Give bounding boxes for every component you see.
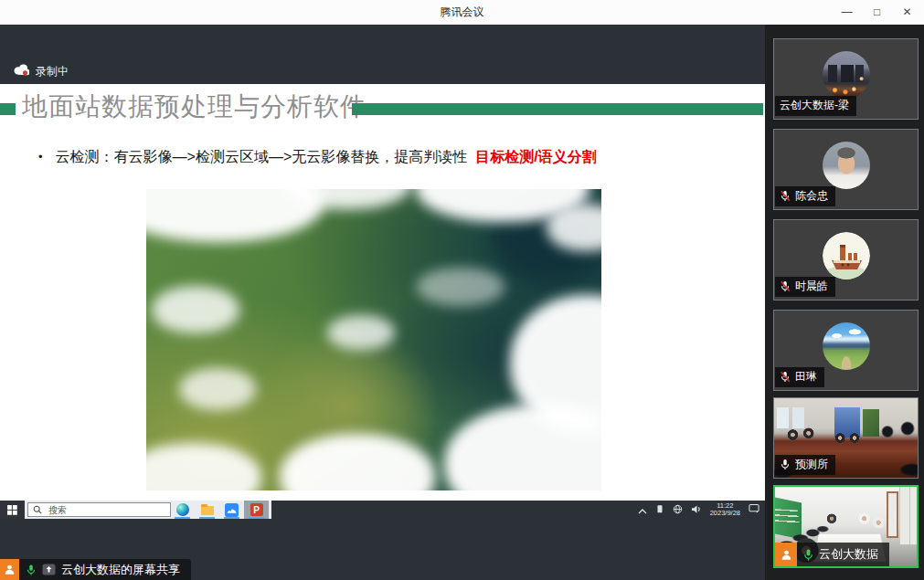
name-chip: 云创大数据 xyxy=(797,543,889,566)
cloud-blob xyxy=(152,286,239,333)
slide-bullet: •云检测：有云影像—>检测云区域—>无云影像替换，提高判读性目标检测/语义分割 xyxy=(38,148,597,167)
slide-title: 地面站数据预处理与分析软件 xyxy=(22,90,366,124)
recording-cloud-icon xyxy=(14,63,29,79)
person-icon xyxy=(781,549,792,561)
powerpoint-icon: P xyxy=(250,503,263,516)
action-center-icon[interactable] xyxy=(749,501,759,518)
aerial-forest-clouds-image xyxy=(146,189,601,490)
taskbar-apps: P xyxy=(170,501,269,519)
clock-date: 2023/9/28 xyxy=(710,510,740,518)
recording-label: 录制中 xyxy=(36,64,69,79)
mic-on-icon xyxy=(780,459,791,470)
taskbar-app-tencent-meeting[interactable] xyxy=(219,501,244,519)
mic-muted-icon xyxy=(780,371,791,383)
participant-name: 田琳 xyxy=(795,369,817,385)
name-chip: 预测所 xyxy=(775,455,835,475)
start-button[interactable] xyxy=(0,501,25,519)
cloud-blob xyxy=(179,368,256,410)
participant-name: 云创大数据-梁 xyxy=(780,98,849,113)
mic-speaking-icon xyxy=(802,548,814,562)
bullet-marker: • xyxy=(38,150,43,163)
bullet-text: 云检测：有云影像—>检测云区域—>无云影像替换，提高判读性 xyxy=(56,149,468,164)
globe-icon[interactable] xyxy=(673,501,683,518)
participant-name: 陈会忠 xyxy=(795,188,828,204)
slide-accent-bar xyxy=(352,103,763,115)
taskbar-search-box[interactable] xyxy=(27,502,171,517)
participants-sidebar: 云创大数据-梁 陈会忠 时晨皓 xyxy=(765,25,924,580)
search-icon xyxy=(33,505,42,514)
recording-indicator: 录制中 xyxy=(14,63,69,79)
windows-logo-icon xyxy=(7,505,17,515)
name-chip: 陈会忠 xyxy=(775,186,835,206)
share-banner-label: 云创大数据的屏幕共享 xyxy=(61,562,180,578)
presentation-slide: 地面站数据预处理与分析软件 •云检测：有云影像—>检测云区域—>无云影像替换，提… xyxy=(0,84,765,501)
taskbar-clock[interactable]: 11:22 2023/9/28 xyxy=(710,502,740,518)
person-icon xyxy=(4,564,16,575)
window-titlebar: 腾讯会议 — □ ✕ xyxy=(0,0,924,25)
participant-name: 云创大数据 xyxy=(819,546,878,563)
presenter-badge xyxy=(0,559,19,580)
tencent-meeting-window: { "window": { "title": "腾讯会议", "controls… xyxy=(0,0,924,580)
bullet-highlight: 目标检测/语义分割 xyxy=(475,149,596,164)
name-chip: 田琳 xyxy=(775,367,824,387)
participant-tile-shichenhao[interactable]: 时晨皓 xyxy=(773,219,919,301)
close-button[interactable]: ✕ xyxy=(892,0,922,25)
taskbar-app-edge[interactable] xyxy=(170,501,195,519)
mic-on-icon xyxy=(26,564,37,576)
cloud-blob xyxy=(146,443,261,490)
search-input[interactable] xyxy=(47,504,151,516)
presenter-badge xyxy=(775,543,797,566)
tencent-meeting-icon xyxy=(225,503,239,517)
system-tray: 11:22 2023/9/28 xyxy=(638,501,759,519)
running-indicator xyxy=(199,517,215,519)
participant-tile-chenhuizhong[interactable]: 陈会忠 xyxy=(773,129,919,210)
cloud-blob xyxy=(444,405,601,490)
screen-share-view: 录制中 地面站数据预处理与分析软件 •云检测：有云影像—>检测云区域—>无云影像… xyxy=(0,25,765,580)
display-icon[interactable] xyxy=(655,501,664,518)
avatar xyxy=(823,322,870,370)
participant-name: 预测所 xyxy=(795,457,828,472)
avatar xyxy=(823,232,870,279)
running-indicator xyxy=(224,517,239,519)
avatar xyxy=(823,142,870,189)
cloud-blob xyxy=(417,268,504,306)
name-chip: 时晨皓 xyxy=(775,277,835,297)
running-indicator xyxy=(175,517,190,519)
cloud-blob xyxy=(327,315,395,350)
participant-tile-yuceso[interactable]: 预测所 xyxy=(773,397,919,479)
running-indicator xyxy=(249,517,264,519)
avatar-lights xyxy=(823,51,870,99)
taskbar-app-file-explorer[interactable] xyxy=(195,501,219,519)
participant-tile-tianlin[interactable]: 田琳 xyxy=(773,310,919,391)
file-explorer-icon xyxy=(201,506,214,515)
participant-tile-yunchuang-active[interactable]: 云创大数据 xyxy=(773,485,919,568)
screen-share-icon xyxy=(42,564,56,575)
speaker-icon[interactable] xyxy=(691,501,702,518)
window-controls: — □ ✕ xyxy=(832,0,922,25)
windows-taskbar: P 11:22 2023/9/28 xyxy=(0,501,765,519)
share-header: 录制中 xyxy=(0,25,765,84)
chevron-up-icon[interactable] xyxy=(638,501,647,518)
edge-icon xyxy=(176,503,189,516)
participant-name: 时晨皓 xyxy=(795,279,828,294)
participant-tile-yunchuang-liang[interactable]: 云创大数据-梁 xyxy=(773,38,919,120)
avatar xyxy=(823,51,870,99)
cloud-blob xyxy=(280,434,435,490)
taskbar-app-powerpoint[interactable]: P xyxy=(244,501,269,519)
slide-accent-square xyxy=(0,103,16,115)
boat-avatar xyxy=(823,232,870,279)
name-chip: 云创大数据-梁 xyxy=(775,96,856,116)
mic-muted-icon xyxy=(780,190,791,202)
mic-muted-icon xyxy=(780,280,791,292)
maximize-button[interactable]: □ xyxy=(862,0,892,25)
minimize-button[interactable]: — xyxy=(832,0,862,25)
window-title: 腾讯会议 xyxy=(0,0,924,25)
screen-share-banner: 云创大数据的屏幕共享 xyxy=(0,559,191,580)
share-banner-chip: 云创大数据的屏幕共享 xyxy=(19,559,191,580)
